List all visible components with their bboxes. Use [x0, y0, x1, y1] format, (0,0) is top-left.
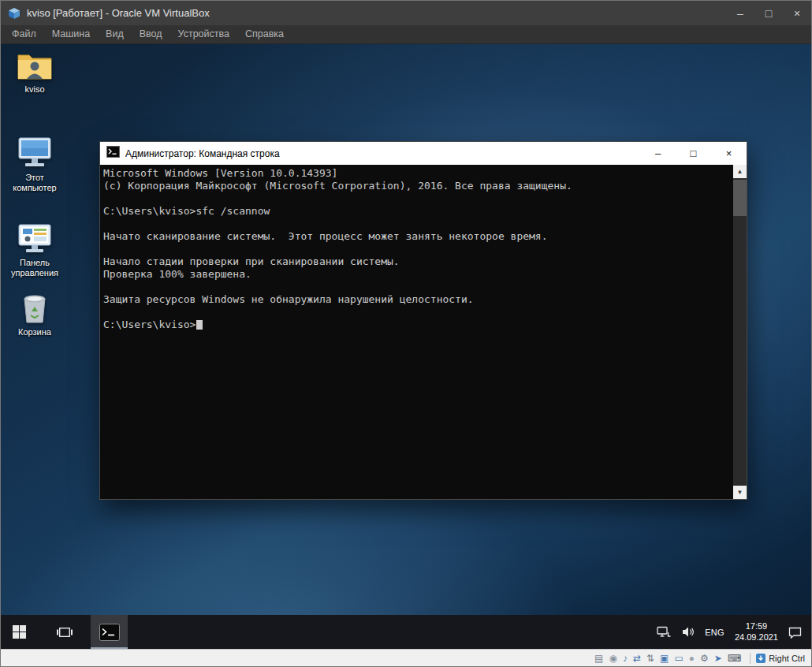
windows-logo-icon	[13, 625, 26, 639]
cmd-close-button[interactable]: ×	[711, 142, 747, 165]
desktop-icon-recycle-bin[interactable]: Корзина	[2, 291, 67, 337]
scroll-down-icon[interactable]: ▼	[733, 486, 747, 499]
virtualbox-logo-icon	[8, 7, 20, 20]
cmd-titlebar[interactable]: Администратор: Командная строка – □ ×	[100, 142, 747, 165]
host-key-label: Right Ctrl	[769, 654, 805, 663]
audio-icon[interactable]: ♪	[623, 654, 628, 663]
action-center-icon[interactable]	[788, 626, 802, 639]
cmd-body: Microsoft Windows [Version 10.0.14393](c…	[100, 165, 747, 499]
console-line	[103, 192, 730, 205]
vbox-maximize-button[interactable]: □	[754, 1, 783, 25]
keyboard-capture-icon[interactable]: ⌨	[728, 654, 741, 663]
vbox-menu-item-machine[interactable]: Машина	[44, 25, 98, 43]
computer-icon	[17, 136, 53, 170]
console-line	[103, 218, 730, 230]
scroll-up-icon[interactable]: ▲	[733, 165, 747, 178]
desktop-icon-label: Панель управления	[2, 258, 67, 278]
system-tray: ENG 17:59 24.09.2021	[647, 615, 811, 649]
network-tray-icon[interactable]	[657, 626, 671, 638]
vbox-status-bar: ▤◉♪⇄⇅▣▭●⚙➤⌨ Right Ctrl	[1, 649, 811, 666]
network-adapter-icon[interactable]: ⇄	[633, 654, 641, 663]
clock-date: 24.09.2021	[735, 632, 778, 643]
console-cursor	[196, 320, 203, 330]
vbox-menu-bar: ФайлМашинаВидВводУстройстваСправка	[1, 25, 811, 44]
vbox-status-icons: ▤◉♪⇄⇅▣▭●⚙➤⌨	[594, 654, 741, 663]
shared-folders-icon[interactable]: ▣	[660, 654, 669, 663]
desktop-icon-control-panel[interactable]: Панель управления	[2, 222, 67, 278]
windows-taskbar: ENG 17:59 24.09.2021	[1, 615, 811, 649]
vbox-menu-item-help[interactable]: Справка	[237, 25, 292, 43]
console-line: Начато сканирование системы. Этот процес…	[103, 230, 730, 243]
cmd-window-title: Администратор: Командная строка	[125, 148, 640, 159]
user-folder-icon	[17, 48, 53, 81]
features-icon[interactable]: ⚙	[700, 654, 709, 663]
console-output[interactable]: Microsoft Windows [Version 10.0.14393](c…	[100, 165, 733, 499]
vbox-menu-item-input[interactable]: Ввод	[132, 25, 170, 43]
taskbar-clock[interactable]: 17:59 24.09.2021	[735, 621, 778, 643]
console-line: Microsoft Windows [Version 10.0.14393]	[103, 167, 730, 180]
cmd-window: Администратор: Командная строка – □ × Mi…	[99, 141, 747, 500]
vbox-window-controls: – □ ×	[726, 1, 811, 25]
console-scrollbar[interactable]: ▲ ▼	[733, 165, 747, 499]
vbox-minimize-button[interactable]: –	[726, 1, 754, 25]
volume-icon[interactable]	[681, 626, 695, 638]
console-line: C:\Users\kviso>sfc /scannow	[103, 205, 730, 218]
task-view-icon	[57, 626, 73, 639]
taskbar-cmd-button[interactable]	[91, 615, 128, 649]
recording-icon[interactable]: ●	[689, 654, 695, 663]
cmd-minimize-button[interactable]: –	[640, 142, 676, 165]
clock-time: 17:59	[735, 621, 778, 632]
vbox-window-title: kviso [Работает] - Oracle VM VirtualBox	[27, 7, 726, 19]
vbox-titlebar[interactable]: kviso [Работает] - Oracle VM VirtualBox …	[1, 1, 811, 25]
scrollbar-thumb[interactable]	[733, 180, 747, 216]
console-line: Проверка 100% завершена.	[103, 268, 730, 281]
optical-drive-icon[interactable]: ◉	[609, 654, 616, 663]
host-key-indicator: Right Ctrl	[756, 654, 805, 663]
cmd-maximize-button[interactable]: □	[676, 142, 711, 165]
console-line: Начало стадии проверки при сканировании …	[103, 255, 730, 268]
desktop-icon-label: Этот компьютер	[2, 173, 67, 193]
console-line: Защита ресурсов Windows не обнаружила на…	[103, 293, 730, 306]
console-line	[103, 281, 730, 293]
vbox-menu-item-view[interactable]: Вид	[98, 25, 132, 43]
cmd-prompt-icon	[106, 146, 120, 161]
virtualbox-window: kviso [Работает] - Oracle VM VirtualBox …	[0, 0, 812, 667]
console-line: (c) Корпорация Майкрософт (Microsoft Cor…	[103, 180, 730, 192]
hard-disk-icon[interactable]: ▤	[594, 654, 603, 663]
status-separator	[750, 653, 751, 664]
vbox-close-button[interactable]: ×	[783, 1, 811, 25]
host-key-icon	[756, 654, 765, 663]
vbox-menu-item-file[interactable]: Файл	[4, 25, 44, 43]
console-line	[103, 306, 730, 319]
desktop-icon-label: Корзина	[18, 327, 51, 337]
console-line	[103, 243, 730, 255]
desktop-icon-label: kviso	[24, 84, 44, 95]
mouse-integration-icon[interactable]: ➤	[714, 654, 722, 663]
cmd-window-controls: – □ ×	[640, 142, 747, 165]
control-panel-icon	[17, 222, 52, 255]
desktop-icon-kviso[interactable]: kviso	[2, 48, 67, 95]
desktop-icon-this-pc[interactable]: Этот компьютер	[2, 136, 67, 193]
language-indicator[interactable]: ENG	[705, 628, 724, 637]
start-button[interactable]	[1, 615, 38, 649]
task-view-button[interactable]	[46, 615, 83, 649]
vm-display[interactable]: kviso Этот компьютер	[1, 44, 811, 649]
usb-icon[interactable]: ⇅	[646, 654, 654, 663]
console-line: C:\Users\kviso>	[103, 319, 730, 331]
display-icon[interactable]: ▭	[674, 654, 683, 663]
cmd-taskbar-icon	[99, 624, 120, 641]
recycle-bin-icon	[20, 291, 49, 324]
vbox-menu-item-devices[interactable]: Устройства	[170, 25, 237, 43]
